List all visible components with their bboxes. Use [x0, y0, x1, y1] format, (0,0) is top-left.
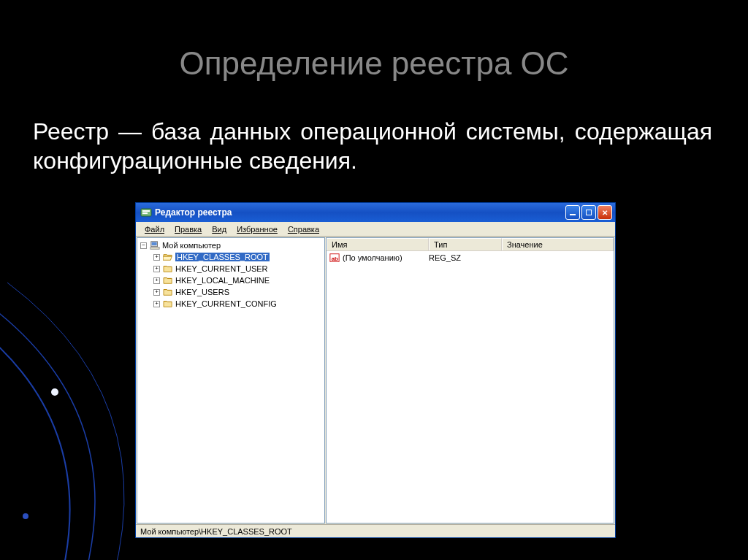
- values-panel[interactable]: Имя Тип Значение ab(По умолчанию)REG_SZ: [326, 237, 614, 523]
- folder-icon: [163, 299, 173, 308]
- menu-file[interactable]: Файл: [140, 223, 169, 235]
- collapse-icon[interactable]: −: [140, 242, 147, 249]
- close-button[interactable]: ✕: [598, 205, 612, 220]
- expand-icon[interactable]: +: [153, 277, 160, 284]
- folder-icon: [163, 276, 173, 285]
- menu-edit[interactable]: Правка: [170, 223, 206, 235]
- tree-item-label: HKEY_CURRENT_USER: [175, 264, 268, 273]
- statusbar: Мой компьютер\HKEY_CLASSES_ROOT: [136, 524, 615, 537]
- menu-view[interactable]: Вид: [207, 223, 231, 235]
- app-icon: [140, 207, 152, 218]
- svg-rect-3: [142, 210, 150, 212]
- col-name[interactable]: Имя: [327, 238, 429, 250]
- col-value[interactable]: Значение: [502, 238, 614, 250]
- value-type: REG_SZ: [429, 253, 502, 262]
- value-name: (По умолчанию): [343, 253, 429, 262]
- svg-point-0: [51, 388, 58, 396]
- slide-title: Определение реестра ОС: [0, 45, 748, 82]
- tree-panel[interactable]: − Мой компьютер +HKEY_CLASSES_ROOT+HKEY_…: [137, 237, 325, 523]
- titlebar[interactable]: Редактор реестра ✕: [136, 203, 615, 222]
- column-headers: Имя Тип Значение: [327, 238, 614, 251]
- client-area: − Мой компьютер +HKEY_CLASSES_ROOT+HKEY_…: [136, 237, 615, 524]
- menubar: Файл Правка Вид Избранное Справка: [136, 222, 615, 237]
- tree-root-label: Мой компьютер: [162, 241, 221, 250]
- expand-icon[interactable]: +: [153, 301, 160, 307]
- minimize-button[interactable]: [565, 205, 580, 220]
- slide-body: Реестр — база данных операционной систем…: [33, 117, 712, 175]
- tree-item[interactable]: +HKEY_CURRENT_CONFIG: [137, 298, 324, 310]
- svg-rect-4: [142, 212, 148, 214]
- tree-root-row[interactable]: − Мой компьютер: [137, 239, 324, 251]
- tree-item[interactable]: +HKEY_CLASSES_ROOT: [137, 251, 324, 263]
- folder-icon: [163, 288, 173, 296]
- tree-item[interactable]: +HKEY_USERS: [137, 286, 324, 298]
- values-list: ab(По умолчанию)REG_SZ: [327, 251, 614, 523]
- svg-rect-6: [152, 242, 157, 245]
- maximize-button[interactable]: [581, 205, 596, 220]
- tree-item-label: HKEY_LOCAL_MACHINE: [175, 276, 270, 285]
- tree-item-label: HKEY_CLASSES_ROOT: [175, 253, 270, 261]
- expand-icon[interactable]: +: [153, 254, 160, 261]
- svg-text:ab: ab: [332, 255, 338, 261]
- registry-editor-window: Редактор реестра ✕ Файл Правка Вид Избра…: [135, 202, 616, 538]
- window-title: Редактор реестра: [155, 207, 565, 218]
- tree-item-label: HKEY_USERS: [175, 288, 229, 296]
- svg-rect-7: [150, 248, 159, 250]
- statusbar-text: Мой компьютер\HKEY_CLASSES_ROOT: [140, 527, 292, 536]
- svg-point-1: [23, 513, 28, 519]
- folder-icon: [163, 264, 173, 273]
- col-type[interactable]: Тип: [429, 238, 502, 250]
- minimize-icon: [570, 214, 576, 215]
- close-icon: ✕: [602, 209, 608, 217]
- expand-icon[interactable]: +: [153, 266, 160, 272]
- expand-icon[interactable]: +: [153, 289, 160, 296]
- value-row[interactable]: ab(По умолчанию)REG_SZ: [327, 251, 614, 263]
- tree-item-label: HKEY_CURRENT_CONFIG: [175, 299, 277, 308]
- tree-item[interactable]: +HKEY_LOCAL_MACHINE: [137, 275, 324, 286]
- tree-item[interactable]: +HKEY_CURRENT_USER: [137, 263, 324, 275]
- maximize-icon: [586, 210, 592, 215]
- menu-favorites[interactable]: Избранное: [232, 223, 282, 235]
- string-value-icon: ab: [329, 253, 340, 263]
- computer-icon: [150, 240, 160, 250]
- folder-open-icon: [163, 253, 173, 261]
- menu-help[interactable]: Справка: [283, 223, 324, 235]
